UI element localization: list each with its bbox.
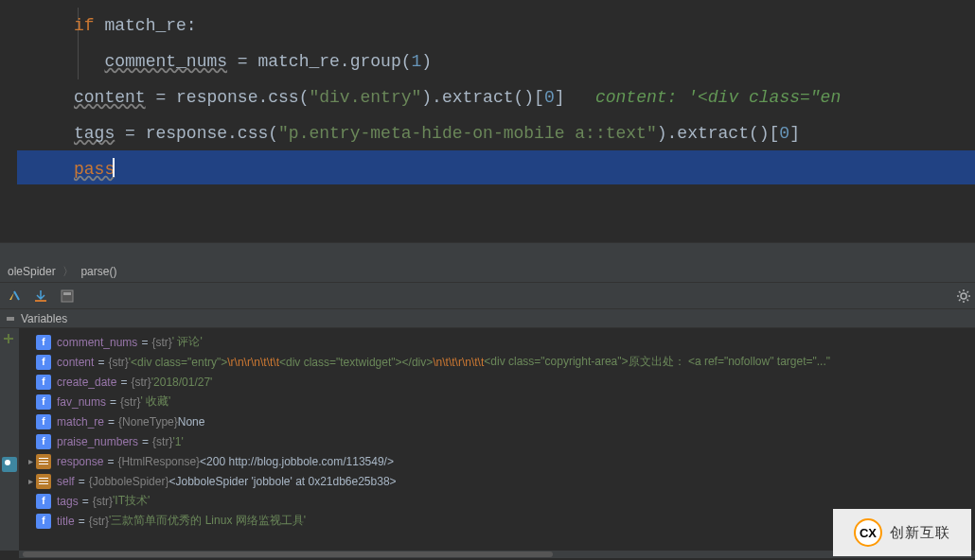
up-icon[interactable]	[2, 374, 17, 389]
step-into-icon[interactable]	[32, 288, 49, 305]
debug-toolbar	[0, 283, 975, 309]
keyword-pass: pass	[74, 160, 115, 179]
object-icon	[36, 474, 51, 489]
breadcrumb[interactable]: oleSpider 〉 parse()	[0, 261, 975, 283]
svg-point-3	[961, 293, 966, 299]
text-cursor	[113, 158, 115, 177]
var-row-match-re[interactable]: fmatch_re={NoneType} None	[23, 411, 975, 431]
highlight-icon[interactable]	[2, 457, 17, 472]
svg-rect-2	[63, 292, 71, 295]
var-row-tags[interactable]: ftags={str} 'IT技术'	[23, 491, 975, 511]
show-icon[interactable]	[2, 436, 17, 451]
svg-rect-4	[7, 317, 14, 321]
add-watch-icon[interactable]	[2, 332, 17, 347]
object-icon	[36, 454, 51, 469]
horizontal-scrollbar[interactable]	[19, 551, 975, 558]
variables-tree[interactable]: fcomment_nums={str} ' 评论' fcontent={str}…	[19, 328, 975, 551]
code-line: tags = response.css("p.entry-meta-hide-o…	[23, 115, 975, 151]
remove-watch-icon[interactable]	[2, 353, 17, 368]
var-row-create-date[interactable]: fcreate_date={str} '2018/01/27'	[23, 372, 975, 392]
code-line: content = response.css("div.entry").extr…	[23, 79, 975, 115]
var-content: content	[74, 88, 146, 107]
step-out-icon[interactable]	[6, 288, 23, 305]
var-row-fav-nums[interactable]: ffav_nums={str} ' 收藏'	[23, 392, 975, 411]
gear-icon[interactable]	[956, 289, 971, 307]
watermark-logo: CX	[854, 518, 882, 547]
variables-panel: fcomment_nums={str} ' 评论' fcontent={str}…	[0, 328, 975, 551]
watermark: CX 创新互联	[833, 509, 971, 556]
var-tags: tags	[74, 124, 115, 143]
expand-arrow-icon[interactable]: ▸	[25, 476, 36, 486]
svg-rect-1	[62, 290, 73, 302]
expand-arrow-icon[interactable]: ▸	[25, 456, 36, 466]
editor-bottom-bar	[0, 242, 975, 261]
var-row-praise-numbers[interactable]: fpraise_numbers={str} '1'	[23, 431, 975, 451]
breadcrumb-separator: 〉	[59, 265, 78, 278]
variables-label: Variables	[21, 312, 67, 325]
copy-icon[interactable]	[2, 415, 17, 430]
svg-rect-0	[35, 300, 46, 302]
watermark-text: 创新互联	[890, 524, 950, 542]
breadcrumb-method[interactable]: parse()	[80, 265, 116, 278]
svg-point-5	[5, 460, 10, 465]
variables-side-toolbar	[0, 328, 19, 551]
var-row-comment-nums[interactable]: fcomment_nums={str} ' 评论'	[23, 332, 975, 352]
code-line: pass	[23, 151, 975, 187]
bullet-icon	[6, 314, 15, 324]
keyword-if: if	[74, 16, 95, 35]
down-icon[interactable]	[2, 394, 17, 410]
var-row-self[interactable]: ▸self={JobboleSpider} <JobboleSpider 'jo…	[23, 471, 975, 491]
variables-header: Variables	[0, 309, 975, 328]
var-comment-nums: comment_nums	[104, 52, 227, 71]
code-line: comment_nums = match_re.group(1)	[23, 44, 975, 79]
var-row-content[interactable]: fcontent={str} '<div class="entry">\r\n\…	[23, 352, 975, 372]
code-editor[interactable]: if match_re: comment_nums = match_re.gro…	[0, 0, 975, 242]
inline-comment: content: '<div class="en	[595, 88, 841, 107]
code-line: if match_re:	[23, 8, 975, 44]
scrollbar-thumb[interactable]	[23, 551, 553, 557]
calculator-icon[interactable]	[59, 288, 76, 305]
var-row-response[interactable]: ▸response={HtmlResponse} <200 http://blo…	[23, 451, 975, 471]
breadcrumb-class[interactable]: oleSpider	[8, 265, 56, 278]
